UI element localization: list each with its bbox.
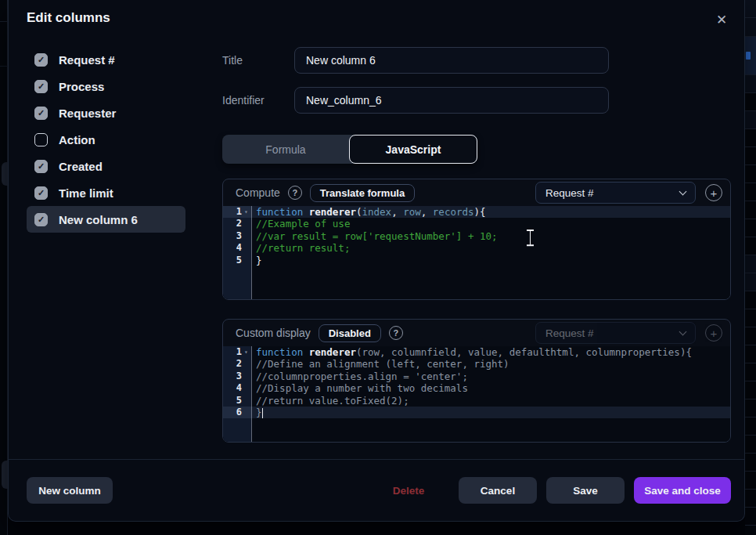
background-divider <box>0 66 8 67</box>
background-fragment <box>2 162 8 186</box>
background-table-row <box>745 490 756 508</box>
compute-label: Compute <box>236 186 280 199</box>
editor-filler[interactable] <box>223 266 730 299</box>
disabled-toggle-button[interactable]: Disabled <box>319 324 381 342</box>
code-line[interactable]: 3//columnproperties.align = 'center'; <box>223 371 730 382</box>
background-table-row <box>745 472 756 490</box>
help-icon[interactable]: ? <box>389 326 403 340</box>
sidebar-item-label: Created <box>59 160 103 173</box>
dialog-footer: New column Delete Cancel Save Save and c… <box>9 459 744 521</box>
new-column-button[interactable]: New column <box>27 477 113 504</box>
line-number: 1▾ <box>223 346 251 358</box>
background-table-row <box>745 93 756 111</box>
background-table-row <box>745 129 756 147</box>
checkbox-unchecked-icon[interactable] <box>34 133 48 146</box>
add-icon[interactable]: + <box>705 184 722 201</box>
identifier-label: Identifier <box>222 87 265 114</box>
title-input[interactable] <box>294 47 609 74</box>
code-line[interactable]: 1▾function renderer(row, columnfield, va… <box>223 346 730 358</box>
sidebar-item-label: Process <box>59 80 104 93</box>
tab-formula[interactable]: Formula <box>222 135 349 164</box>
code-text: //Example of use <box>251 218 730 230</box>
code-line[interactable]: 1▾function renderer(index, row, records)… <box>223 206 730 218</box>
code-line[interactable]: 5} <box>223 255 730 266</box>
code-line[interactable]: 6} <box>223 407 730 418</box>
background-table-row <box>745 0 756 18</box>
help-icon[interactable]: ? <box>288 186 302 200</box>
sidebar-item-requester[interactable]: ✓Requester <box>27 99 185 126</box>
dialog-title: Edit columns <box>27 10 110 26</box>
background-table-row <box>745 363 756 381</box>
sidebar-item-label: Action <box>59 133 95 146</box>
background-table-row <box>745 345 756 363</box>
line-number: 4 <box>223 242 251 254</box>
custom-display-code-editor[interactable]: 1▾function renderer(row, columnfield, va… <box>223 346 730 442</box>
sidebar-item-label: Time limit <box>59 186 113 200</box>
sidebar-item-label: Request # <box>59 53 115 67</box>
compute-column-dropdown[interactable]: Request # <box>535 182 696 204</box>
close-icon[interactable]: ✕ <box>711 9 732 30</box>
code-text: //return result; <box>251 242 730 254</box>
background-table-row <box>745 273 756 291</box>
sidebar-item-new-column-6[interactable]: ✓New column 6 <box>27 206 185 233</box>
identifier-input[interactable] <box>294 87 609 114</box>
code-line[interactable]: 4//Display a number with two decimals <box>223 382 730 394</box>
sidebar-item-time-limit[interactable]: ✓Time limit <box>27 179 185 206</box>
checkbox-checked-icon[interactable]: ✓ <box>34 107 48 120</box>
code-text: //Display a number with two decimals <box>251 382 730 394</box>
compute-header: Compute ? Translate formula Request # + <box>223 179 730 206</box>
background-table-row <box>745 508 756 526</box>
sidebar-item-request-[interactable]: ✓Request # <box>27 46 185 73</box>
line-number: 6 <box>223 407 251 418</box>
chevron-down-icon <box>679 327 687 335</box>
checkbox-checked-icon[interactable]: ✓ <box>34 160 48 173</box>
custom-display-column-dropdown: Request # <box>535 322 696 344</box>
code-text: //columnproperties.align = 'center'; <box>251 371 730 382</box>
background-table-row <box>745 381 756 399</box>
save-button[interactable]: Save <box>546 477 625 504</box>
background-table-row <box>745 291 756 309</box>
background-table-row <box>745 201 756 219</box>
columns-list: ✓Request #✓Process✓RequesterAction✓Creat… <box>27 46 185 233</box>
fold-caret-icon: ▾ <box>243 206 250 218</box>
background-table-row <box>745 165 756 183</box>
line-number: 5 <box>223 395 251 407</box>
checkbox-checked-icon[interactable]: ✓ <box>34 80 48 93</box>
checkbox-checked-icon[interactable]: ✓ <box>34 53 48 67</box>
sidebar-item-label: New column 6 <box>59 213 138 226</box>
edit-columns-dialog: Edit columns ✕ ✓Request #✓Process✓Reques… <box>8 0 745 522</box>
save-and-close-button[interactable]: Save and close <box>634 477 731 504</box>
sidebar-item-action[interactable]: Action <box>27 126 185 153</box>
delete-button[interactable]: Delete <box>383 477 434 504</box>
checkbox-checked-icon[interactable]: ✓ <box>34 213 48 226</box>
code-text: //return value.toFixed(2); <box>251 395 730 407</box>
sidebar-item-process[interactable]: ✓Process <box>27 73 185 99</box>
compute-code-editor[interactable]: 1▾function renderer(index, row, records)… <box>223 206 730 299</box>
line-number: 3 <box>223 230 251 242</box>
background-table-row <box>745 219 756 237</box>
code-line[interactable]: 3//var result = row['requestNumber'] + 1… <box>223 230 730 242</box>
background-table-row <box>745 183 756 201</box>
title-label: Title <box>222 47 243 74</box>
line-number: 2 <box>223 358 251 370</box>
tab-javascript[interactable]: JavaScript <box>349 135 477 164</box>
code-text: //Define an alignment (left, center, rig… <box>251 358 730 370</box>
sidebar-item-created[interactable]: ✓Created <box>27 153 185 179</box>
background-left-edge <box>0 0 8 535</box>
code-line[interactable]: 5//return value.toFixed(2); <box>223 395 730 407</box>
background-table-row <box>745 309 756 327</box>
add-icon: + <box>705 324 722 342</box>
translate-formula-button[interactable]: Translate formula <box>310 184 415 202</box>
code-line[interactable]: 4//return result; <box>223 242 730 254</box>
cancel-button[interactable]: Cancel <box>459 477 537 504</box>
code-line[interactable]: 2//Example of use <box>223 218 730 230</box>
custom-display-header: Custom display Disabled ? Request # + <box>223 320 730 346</box>
code-text: //var result = row['requestNumber'] + 10… <box>251 230 730 242</box>
checkbox-checked-icon[interactable]: ✓ <box>34 186 48 200</box>
line-number: 1▾ <box>223 206 251 218</box>
code-text: } <box>251 255 730 266</box>
code-line[interactable]: 2//Define an alignment (left, center, ri… <box>223 358 730 370</box>
background-highlight-fragment <box>746 52 751 60</box>
editor-filler[interactable] <box>223 418 730 442</box>
fold-caret-icon: ▾ <box>243 346 250 358</box>
